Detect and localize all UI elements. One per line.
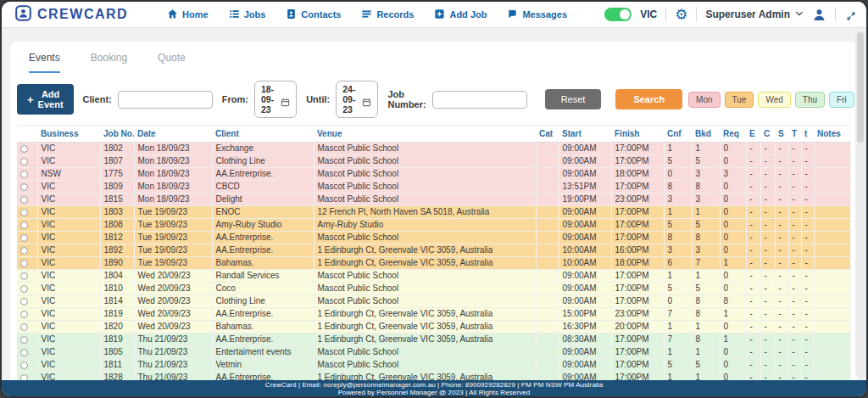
row-select-radio[interactable] <box>20 285 28 293</box>
cell: 08:30AM <box>559 334 611 346</box>
tab-quote[interactable]: Quote <box>158 52 186 73</box>
add-event-button[interactable]: + Add Event <box>17 84 74 115</box>
row-select-radio[interactable] <box>20 234 28 242</box>
column-header[interactable]: Start <box>559 126 611 143</box>
until-label: Until: <box>306 94 330 104</box>
row-select-radio[interactable] <box>20 323 28 331</box>
row-select-radio[interactable] <box>20 183 28 191</box>
profile-person-icon[interactable] <box>812 8 826 22</box>
cell: - <box>775 244 788 257</box>
column-header[interactable]: Cnf <box>664 126 692 143</box>
cell: - <box>746 257 760 270</box>
row-select-radio[interactable] <box>20 209 28 216</box>
cell: VIC <box>37 372 100 381</box>
row-select-radio[interactable] <box>20 171 28 178</box>
cell: AA.Entrerprise. <box>212 372 314 381</box>
divider <box>835 7 836 22</box>
tab-booking[interactable]: Booking <box>91 52 127 73</box>
day-filter-thu[interactable]: Thu <box>795 92 825 108</box>
table-row: NSW1775Mon 18/09/23AA.Entrerprise.Mascot… <box>17 168 851 181</box>
cell: - <box>746 308 760 321</box>
settings-gear-icon[interactable]: ⚙ <box>675 8 687 22</box>
cell: 09:00AM <box>559 143 611 155</box>
column-header[interactable]: T <box>788 126 801 143</box>
column-header[interactable]: Date <box>134 126 212 143</box>
cell: VIC <box>37 270 100 283</box>
cell: 09:00AM <box>559 372 611 381</box>
day-filter-tue[interactable]: Tue <box>725 92 754 108</box>
row-select-radio[interactable] <box>20 298 28 306</box>
nav-item-messages[interactable]: Messages <box>507 8 567 21</box>
search-button[interactable]: Search <box>615 89 682 109</box>
cell: 1890 <box>100 257 134 270</box>
column-header[interactable]: Finish <box>611 126 664 143</box>
nav-item-jobs[interactable]: Jobs <box>229 8 266 21</box>
cell: 1805 <box>100 346 134 359</box>
client-input[interactable] <box>118 91 213 109</box>
cell: - <box>788 308 801 321</box>
row-select-radio[interactable] <box>20 196 28 204</box>
cell: Tue 19/09/23 <box>134 244 212 257</box>
column-header[interactable]: Business <box>37 126 100 143</box>
cell: - <box>746 295 760 308</box>
row-select-radio[interactable] <box>20 158 28 165</box>
cell <box>536 346 559 359</box>
column-header[interactable]: E <box>746 126 760 143</box>
column-header[interactable]: Venue <box>314 126 536 143</box>
column-header[interactable]: Job No. <box>100 126 134 143</box>
row-select-radio[interactable] <box>20 374 28 380</box>
vertical-scrollbar[interactable] <box>855 31 865 378</box>
row-select-radio[interactable] <box>20 260 28 267</box>
cell: Thu 21/09/23 <box>134 346 212 359</box>
cell: - <box>801 143 814 155</box>
state-toggle[interactable] <box>604 8 632 21</box>
row-select-radio[interactable] <box>20 221 28 229</box>
nav-item-add-job[interactable]: Add Job <box>434 8 487 21</box>
from-date-picker[interactable]: 18-09-23 <box>254 81 297 118</box>
cell: VIC <box>37 193 100 206</box>
column-header[interactable]: Notes <box>814 126 851 143</box>
scrollbar-thumb[interactable] <box>857 32 864 143</box>
day-filter-wed[interactable]: Wed <box>758 92 790 108</box>
cell <box>536 181 559 193</box>
day-filter-mon[interactable]: Mon <box>688 92 720 108</box>
row-select-radio[interactable] <box>20 247 28 255</box>
cell: 09:00AM <box>559 206 611 219</box>
cell: - <box>801 168 814 181</box>
crewcard-logo[interactable]: CREWCARD <box>15 5 128 25</box>
cell: 0 <box>720 359 746 372</box>
column-header[interactable]: t <box>801 126 814 143</box>
cell: 5 <box>664 359 692 372</box>
cell: - <box>801 321 814 334</box>
job-number-input[interactable] <box>432 91 527 109</box>
row-select-radio[interactable] <box>20 362 28 369</box>
row-select-radio[interactable] <box>20 336 28 344</box>
column-header[interactable]: Client <box>212 126 314 143</box>
cell: 1 Edinburgh Ct, Greenvale VIC 3059, Aust… <box>314 321 536 334</box>
column-header[interactable]: C <box>760 126 775 143</box>
nav-item-contacts[interactable]: Contacts <box>286 8 341 21</box>
row-select-radio[interactable] <box>20 311 28 318</box>
until-date-picker[interactable]: 24-09-23 <box>336 81 378 118</box>
user-menu[interactable]: Superuser Admin <box>705 8 804 20</box>
table-row: VIC1805Thu 21/09/23Entertaiment eventsMa… <box>17 346 851 359</box>
nav-item-home[interactable]: Home <box>167 8 209 21</box>
cell: Mascot Public School <box>314 155 536 168</box>
column-header[interactable]: Bkd <box>692 126 720 143</box>
row-select-radio[interactable] <box>20 145 28 153</box>
cell: 5 <box>692 155 720 168</box>
tab-events[interactable]: Events <box>29 52 60 73</box>
cell: - <box>801 283 814 295</box>
nav-item-records[interactable]: Records <box>361 8 414 21</box>
column-header[interactable]: S <box>775 126 788 143</box>
cell <box>536 168 559 181</box>
column-header[interactable]: Req <box>720 126 746 143</box>
day-filter-fri[interactable]: Fri <box>829 92 854 108</box>
cell: 5 <box>692 359 720 372</box>
reset-button[interactable]: Reset <box>545 89 602 109</box>
row-select-radio[interactable] <box>20 349 28 356</box>
row-select-radio[interactable] <box>20 272 28 280</box>
expand-arrows-icon[interactable] <box>846 9 856 20</box>
cell: 7 <box>664 334 692 346</box>
column-header[interactable]: Cat <box>536 126 559 143</box>
